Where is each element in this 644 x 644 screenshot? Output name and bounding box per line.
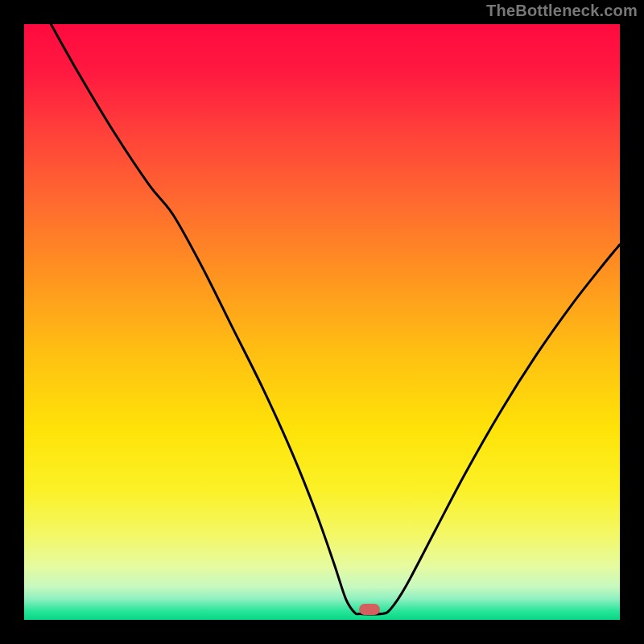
plot-area bbox=[24, 24, 620, 620]
optimal-marker bbox=[359, 604, 380, 615]
watermark-text: TheBottleneck.com bbox=[486, 2, 638, 20]
bottleneck-chart bbox=[24, 24, 620, 620]
